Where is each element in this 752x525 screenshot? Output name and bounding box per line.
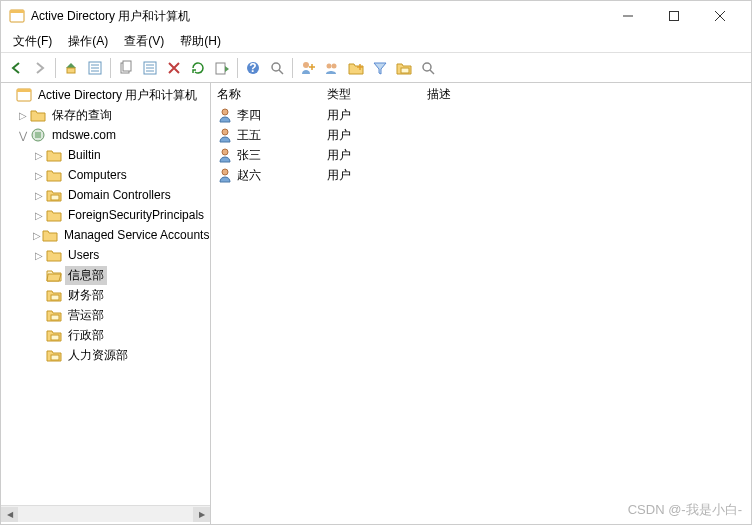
list-row[interactable]: 李四用户 <box>211 105 751 125</box>
user-icon <box>217 107 233 123</box>
folder-icon <box>30 107 46 123</box>
row-type: 用户 <box>321 106 421 125</box>
help-button[interactable] <box>242 57 264 79</box>
toolbar <box>1 53 751 83</box>
tree-label: 财务部 <box>65 286 107 305</box>
tree-computers[interactable]: ▷Computers <box>1 165 210 185</box>
ou-icon <box>46 187 62 203</box>
tree-label: Domain Controllers <box>65 187 174 203</box>
properties-button[interactable] <box>139 57 161 79</box>
expand-icon[interactable]: ▷ <box>33 170 45 181</box>
tree-saved-queries[interactable]: ▷保存的查询 <box>1 105 210 125</box>
row-name: 王五 <box>237 127 261 144</box>
close-button[interactable] <box>697 1 743 31</box>
tree-label: 人力资源部 <box>65 346 131 365</box>
row-name: 张三 <box>237 147 261 164</box>
maximize-button[interactable] <box>651 1 697 31</box>
folder-icon <box>46 147 62 163</box>
row-type: 用户 <box>321 166 421 185</box>
ou-icon <box>46 307 62 323</box>
column-desc[interactable]: 描述 <box>421 84 751 105</box>
refresh-button[interactable] <box>187 57 209 79</box>
expand-icon[interactable]: ▷ <box>33 250 45 261</box>
title-bar: Active Directory 用户和计算机 <box>1 1 751 31</box>
collapse-icon[interactable]: ⋁ <box>17 130 29 141</box>
row-desc <box>421 134 751 136</box>
expand-icon[interactable]: ▷ <box>33 190 45 201</box>
window-title: Active Directory 用户和计算机 <box>31 8 605 25</box>
list-row[interactable]: 王五用户 <box>211 125 751 145</box>
tree-domain[interactable]: ⋁mdswe.com <box>1 125 210 145</box>
tree-label: Builtin <box>65 147 104 163</box>
row-desc <box>421 154 751 156</box>
column-type[interactable]: 类型 <box>321 84 421 105</box>
tree-root[interactable]: Active Directory 用户和计算机 <box>1 85 210 105</box>
tree-horizontal-scrollbar[interactable]: ◀ ▶ <box>1 505 210 522</box>
tree-ou-admin[interactable]: 行政部 <box>1 325 210 345</box>
scroll-right-icon[interactable]: ▶ <box>193 507 210 522</box>
folder-icon <box>42 227 58 243</box>
tree-ou-finance[interactable]: 财务部 <box>1 285 210 305</box>
list-row[interactable]: 赵六用户 <box>211 165 751 185</box>
tree-label: Users <box>65 247 102 263</box>
folder-icon <box>46 167 62 183</box>
expand-icon[interactable]: ▷ <box>33 230 41 241</box>
filter-button[interactable] <box>369 57 391 79</box>
tree-label: 营运部 <box>65 306 107 325</box>
menu-view[interactable]: 查看(V) <box>116 31 172 52</box>
scroll-left-icon[interactable]: ◀ <box>1 507 18 522</box>
folder-icon <box>46 247 62 263</box>
find-button[interactable] <box>266 57 288 79</box>
toolbar-separator <box>110 58 111 78</box>
menu-file[interactable]: 文件(F) <box>5 31 60 52</box>
tree-ou-ops[interactable]: 营运部 <box>1 305 210 325</box>
tree-ou-info[interactable]: 信息部 <box>1 265 210 285</box>
tree-msa[interactable]: ▷Managed Service Accounts <box>1 225 210 245</box>
tree-users[interactable]: ▷Users <box>1 245 210 265</box>
back-button[interactable] <box>5 57 27 79</box>
row-name: 赵六 <box>237 167 261 184</box>
row-desc <box>421 114 751 116</box>
row-name: 李四 <box>237 107 261 124</box>
list-pane: 名称 类型 描述 李四用户王五用户张三用户赵六用户 <box>211 83 751 524</box>
menu-help[interactable]: 帮助(H) <box>172 31 229 52</box>
minimize-button[interactable] <box>605 1 651 31</box>
expand-icon[interactable]: ▷ <box>17 110 29 121</box>
tree-fsp[interactable]: ▷ForeignSecurityPrincipals <box>1 205 210 225</box>
svg-rect-22 <box>670 12 679 21</box>
filter-options-button[interactable] <box>393 57 415 79</box>
tree-ou-hr[interactable]: 人力资源部 <box>1 345 210 365</box>
row-desc <box>421 174 751 176</box>
toolbar-separator <box>237 58 238 78</box>
tree-builtin[interactable]: ▷Builtin <box>1 145 210 165</box>
find-users-button[interactable] <box>417 57 439 79</box>
new-ou-button[interactable] <box>345 57 367 79</box>
row-type: 用户 <box>321 126 421 145</box>
tree-pane: Active Directory 用户和计算机 ▷保存的查询 ⋁mdswe.co… <box>1 83 211 524</box>
list-row[interactable]: 张三用户 <box>211 145 751 165</box>
expand-icon[interactable]: ▷ <box>33 150 45 161</box>
ou-icon <box>46 287 62 303</box>
new-user-button[interactable] <box>297 57 319 79</box>
app-icon <box>9 8 25 24</box>
expand-icon[interactable]: ▷ <box>33 210 45 221</box>
tree-label: 保存的查询 <box>49 106 115 125</box>
show-hide-tree-button[interactable] <box>84 57 106 79</box>
tree-label: 行政部 <box>65 326 107 345</box>
column-name[interactable]: 名称 <box>211 84 321 105</box>
menu-action[interactable]: 操作(A) <box>60 31 116 52</box>
ou-icon <box>46 347 62 363</box>
tree-label: ForeignSecurityPrincipals <box>65 207 207 223</box>
tree-domain-controllers[interactable]: ▷Domain Controllers <box>1 185 210 205</box>
folder-icon <box>46 207 62 223</box>
export-button[interactable] <box>211 57 233 79</box>
delete-button[interactable] <box>163 57 185 79</box>
up-button[interactable] <box>60 57 82 79</box>
toolbar-separator <box>292 58 293 78</box>
ou-icon <box>46 327 62 343</box>
forward-button[interactable] <box>29 57 51 79</box>
tree-label-selected: 信息部 <box>65 266 107 285</box>
tree-label: Active Directory 用户和计算机 <box>35 86 200 105</box>
cut-button[interactable] <box>115 57 137 79</box>
new-group-button[interactable] <box>321 57 343 79</box>
